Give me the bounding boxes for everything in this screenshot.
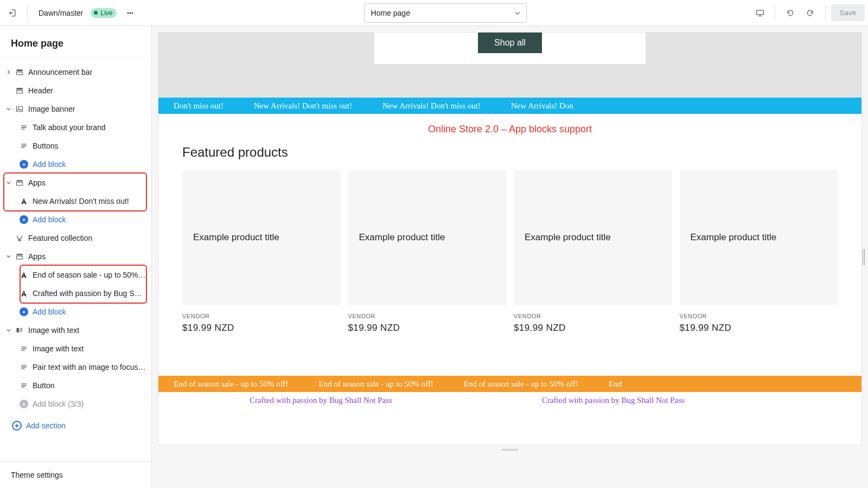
banner-text: End	[593, 380, 637, 389]
plus-icon: +	[18, 307, 29, 316]
product-vendor: VENDOR	[182, 305, 341, 323]
section-label: Announcement bar	[25, 68, 146, 76]
sidebar-block[interactable]: Pair text with an image to focus ...	[0, 358, 151, 376]
svg-rect-10	[16, 180, 22, 181]
undo-button[interactable]	[781, 4, 799, 22]
add-section-button[interactable]: + Add section	[0, 413, 151, 438]
add-block-button[interactable]: +Add block	[0, 155, 151, 174]
marquee-banner-blue: Don't miss out! New Arrivals! Don't miss…	[158, 98, 861, 114]
sidebar-block[interactable]: Crafted with passion by Bug Sha...	[0, 284, 151, 303]
sidebar-block[interactable]: Buttons	[0, 137, 151, 155]
section-icon	[14, 68, 25, 76]
plus-icon: +	[18, 400, 29, 408]
banner-text: End of season sale - up to 50% off!	[303, 380, 448, 389]
separator	[825, 4, 826, 22]
product-price: $19.99 NZD	[514, 323, 672, 333]
top-toolbar: Dawn/master Live Home page Save	[0, 0, 868, 26]
banner-text: Crafted with passion by Bug Shall Not Pa…	[527, 396, 700, 405]
separator	[775, 4, 775, 22]
section-icon	[14, 178, 25, 187]
viewport-desktop-button[interactable]	[751, 4, 769, 22]
theme-settings-link[interactable]: Theme settings	[0, 461, 151, 488]
sidebar-block[interactable]: Button	[0, 376, 151, 395]
add-block-label: Add block	[29, 307, 146, 316]
block-icon	[18, 289, 29, 298]
svg-rect-4	[16, 69, 22, 71]
section-icon	[14, 105, 25, 113]
sidebar-section[interactable]: Image banner	[0, 100, 151, 118]
separator	[27, 4, 28, 22]
svg-rect-3	[756, 10, 763, 15]
sidebar-block[interactable]: Image with text	[0, 339, 151, 358]
svg-point-2	[132, 12, 133, 14]
sidebar-section-list[interactable]: Announcement barHeaderImage bannerTalk a…	[0, 57, 151, 461]
section-icon	[14, 86, 25, 95]
block-icon	[18, 363, 29, 371]
preview-area: Shop all Don't miss out! New Arrivals! D…	[152, 26, 868, 488]
more-actions-button[interactable]	[121, 4, 139, 22]
caret-down-icon	[513, 9, 522, 17]
svg-rect-12	[16, 254, 22, 255]
block-label: Talk about your brand	[29, 123, 146, 132]
section-icon	[14, 326, 25, 335]
add-block-button[interactable]: +Add block	[0, 303, 151, 321]
svg-point-9	[18, 107, 19, 108]
block-label: Button	[29, 381, 146, 390]
add-block-button: +Add block (3/3)	[0, 395, 151, 413]
exit-button[interactable]	[3, 4, 22, 22]
sidebar-section[interactable]: Header	[0, 81, 151, 100]
block-icon	[18, 142, 29, 150]
block-icon	[18, 123, 29, 132]
banner-text: New Arrivals! Don	[496, 101, 589, 111]
banner-text: New Arrivals! Don't miss out!	[367, 101, 496, 111]
product-card[interactable]: Example product title VENDOR $19.99 NZD	[182, 170, 341, 333]
page-select-label: Home page	[371, 9, 410, 17]
product-vendor: VENDOR	[348, 305, 507, 323]
caret-icon	[3, 178, 14, 187]
block-label: Crafted with passion by Bug Sha...	[29, 289, 146, 298]
add-block-button[interactable]: +Add block	[0, 210, 151, 229]
caret-icon	[3, 326, 14, 335]
svg-rect-14	[16, 328, 19, 332]
banner-text: New Arrivals! Don't miss out!	[239, 101, 367, 111]
marquee-banner-orange: End of season sale - up to 50% off! End …	[158, 376, 861, 392]
section-icon	[14, 252, 25, 261]
sidebar-section[interactable]: Image with text	[0, 321, 151, 339]
banner-text: Crafted with passion by Bug Shall Not Pa…	[234, 396, 407, 405]
plus-icon: +	[18, 160, 29, 169]
resize-handle-right[interactable]	[863, 249, 868, 265]
resize-handle-bottom[interactable]	[158, 445, 861, 454]
product-image-placeholder: Example product title	[680, 170, 838, 305]
section-icon	[14, 234, 25, 242]
product-card[interactable]: Example product title VENDOR $19.99 NZD	[514, 170, 672, 333]
block-label: New Arrivals! Don't miss out!	[29, 197, 146, 206]
sidebar-section[interactable]: Apps	[0, 174, 151, 192]
sidebar-section[interactable]: Announcement bar	[0, 63, 151, 81]
caret-icon	[3, 252, 14, 261]
page-select[interactable]: Home page	[364, 3, 527, 23]
sidebar-section[interactable]: Apps	[0, 247, 151, 266]
undo-icon	[786, 9, 794, 17]
svg-point-0	[127, 12, 129, 14]
shop-all-button[interactable]: Shop all	[478, 33, 542, 53]
section-label: Apps	[25, 252, 146, 261]
exit-icon	[8, 9, 17, 17]
svg-rect-6	[16, 88, 22, 89]
redo-icon	[806, 9, 815, 17]
plus-circle-icon: +	[12, 421, 22, 431]
product-price: $19.99 NZD	[680, 323, 838, 333]
sidebar-block[interactable]: End of season sale - up to 50% ...	[0, 266, 151, 284]
product-image-placeholder: Example product title	[182, 170, 341, 305]
product-card[interactable]: Example product title VENDOR $19.99 NZD	[348, 170, 507, 333]
product-vendor: VENDOR	[680, 305, 838, 323]
sidebar-block[interactable]: Talk about your brand	[0, 118, 151, 137]
block-icon	[18, 271, 29, 279]
redo-button[interactable]	[801, 4, 820, 22]
caret-icon	[3, 105, 14, 113]
product-card[interactable]: Example product title VENDOR $19.99 NZD	[680, 170, 838, 333]
preview-canvas: Shop all Don't miss out! New Arrivals! D…	[158, 33, 861, 445]
sidebar-section[interactable]: Featured collection	[0, 229, 151, 247]
product-price: $19.99 NZD	[348, 323, 507, 333]
save-button[interactable]: Save	[831, 4, 865, 21]
sidebar-block[interactable]: New Arrivals! Don't miss out!	[0, 192, 151, 210]
